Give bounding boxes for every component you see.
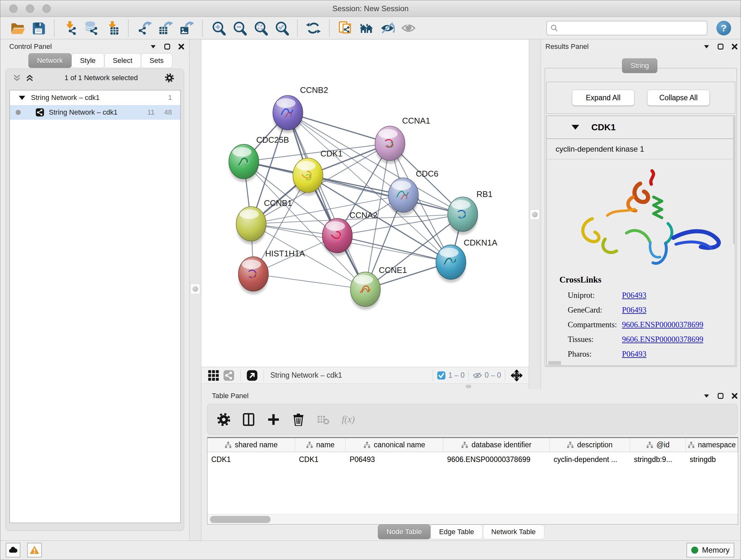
column-header-namespace[interactable]: namespace [686,438,738,452]
birdseye-view-button[interactable] [245,368,260,382]
pan-mode-button[interactable] [509,368,524,382]
zoom-selected-button[interactable] [273,19,290,37]
network-collection-row[interactable]: String Network – cdk1 1 [10,90,180,105]
table-cell[interactable]: CDK1 [295,452,346,468]
right-splitter[interactable] [529,39,541,389]
zoom-fit-button[interactable] [252,19,269,37]
node-RB1[interactable]: RB1 [448,189,493,235]
save-session-button[interactable] [29,19,47,37]
column-header-name[interactable]: name [295,438,346,452]
delete-column-button[interactable] [290,411,307,428]
import-network-from-database-button[interactable] [82,19,100,37]
column-header--id[interactable]: @id [630,438,686,452]
crosslink-value-link[interactable]: 9606.ENSP00000378699 [622,335,703,344]
export-image-button[interactable] [178,19,195,37]
tab-style[interactable]: Style [71,53,105,68]
expand-all-networks-icon[interactable] [25,73,35,83]
warnings-button[interactable] [27,543,42,557]
import-network-from-file-button[interactable] [61,19,79,37]
import-table-from-file-button[interactable] [104,19,121,37]
panel-menu-icon[interactable] [150,43,157,50]
table-hscrollbar[interactable] [207,514,738,524]
export-table-button[interactable] [156,19,174,37]
tab-sets[interactable]: Sets [141,53,172,68]
network-canvas[interactable]: CCNB2CCNA1CDC25BCDK1CDC6RB1CCNB1CCNA2CDK… [201,40,529,367]
search-input[interactable] [561,22,704,34]
node-CCNB2[interactable]: CCNB2 [273,85,328,133]
delete-table-button[interactable] [315,411,331,428]
table-cell[interactable]: 9606.ENSP00000378699 [443,452,550,468]
left-splitter-handle[interactable] [191,284,200,294]
search-box[interactable] [546,21,708,36]
zoom-in-button[interactable] [209,19,227,37]
panel-close-icon[interactable] [731,392,738,399]
node-CDKN1A[interactable]: CDKN1A [436,238,497,283]
hide-selected-button[interactable] [379,19,396,37]
node-CDK1[interactable]: CDK1 [293,149,342,196]
edge-CCNB2-CCNA1[interactable] [288,113,390,143]
gene-section-header[interactable]: CDK1 [547,116,735,139]
help-button[interactable]: ? [717,21,731,36]
panel-menu-icon[interactable] [703,392,710,399]
table-cell[interactable]: stringdb [686,452,738,468]
table-settings-button[interactable] [215,411,232,428]
add-column-button[interactable] [265,411,281,428]
node-CCNA1[interactable]: CCNA1 [375,116,430,164]
cloud-status-button[interactable] [6,543,20,557]
edge-CCNB2-CCNE1[interactable] [288,113,365,289]
show-grid-button[interactable] [206,368,221,382]
section-collapse-caret-icon[interactable] [571,125,579,130]
tree-expand-caret-icon[interactable] [19,96,25,100]
column-header-canonical-name[interactable]: canonical name [346,438,443,452]
panel-menu-icon[interactable] [703,43,710,50]
network-options-gear-icon[interactable] [165,73,174,83]
node-CCNA2[interactable]: CCNA2 [322,210,378,256]
network-share-view-button[interactable] [221,368,237,382]
node-CDC6[interactable]: CDC6 [388,169,439,215]
export-network-button[interactable] [135,19,153,37]
table-cell[interactable]: P06493 [346,452,443,468]
table-hscrollbar-thumb[interactable] [210,516,271,523]
panel-close-icon[interactable] [178,43,185,50]
update-view-button[interactable] [305,19,322,37]
edge-CCNA2-CDKN1A[interactable] [337,236,451,262]
open-session-button[interactable] [8,19,26,37]
edge-HIST1H1A-CCNE1[interactable] [253,274,365,289]
section-hscroll-stub[interactable] [548,361,561,365]
selected-checkbox-icon[interactable] [437,371,446,380]
node-CDC25B[interactable]: CDC25B [229,135,289,182]
show-column-button[interactable] [240,411,257,428]
crosslink-value-link[interactable]: P06493 [622,306,646,314]
horizontal-splitter[interactable] [201,383,529,389]
table-cell[interactable]: CDK1 [207,452,295,468]
table-row[interactable]: CDK1CDK1P064939606.ENSP00000378699cyclin… [207,452,738,468]
tab-node-table[interactable]: Node Table [378,524,430,539]
panel-float-icon[interactable] [717,392,724,399]
column-header-database-identifier[interactable]: database identifier [443,438,550,452]
panel-float-icon[interactable] [717,43,724,50]
hidden-eye-icon[interactable] [473,371,482,380]
horizontal-splitter-handle[interactable] [466,385,471,388]
node-HIST1H1A[interactable]: HIST1H1A [239,249,305,294]
collapse-all-button[interactable]: Collapse All [647,90,710,106]
tab-network[interactable]: Network [28,53,71,68]
collapse-all-networks-icon[interactable] [12,73,22,83]
crosslink-value-link[interactable]: 9606.ENSP00000378699 [622,320,703,329]
tab-network-table[interactable]: Network Table [483,524,544,539]
memory-button[interactable]: Memory [686,543,734,557]
node-CCNB1[interactable]: CCNB1 [236,198,292,244]
function-builder-button[interactable]: f(x) [340,411,356,428]
right-splitter-handle[interactable] [530,209,540,220]
table-cell[interactable]: stringdb:9... [630,452,686,468]
column-header-description[interactable]: description [550,438,630,452]
show-all-button[interactable] [400,19,417,37]
panel-close-icon[interactable] [731,43,738,50]
first-neighbors-button[interactable] [357,19,375,37]
left-splitter[interactable] [189,39,201,541]
network-row[interactable]: String Network – cdk1 11 48 [10,105,180,120]
results-scrollbar[interactable] [733,116,736,244]
tab-string[interactable]: String [622,58,657,73]
crosslink-value-link[interactable]: P06493 [622,350,646,359]
tab-select[interactable]: Select [105,53,141,68]
new-network-from-selection-button[interactable] [336,19,354,37]
